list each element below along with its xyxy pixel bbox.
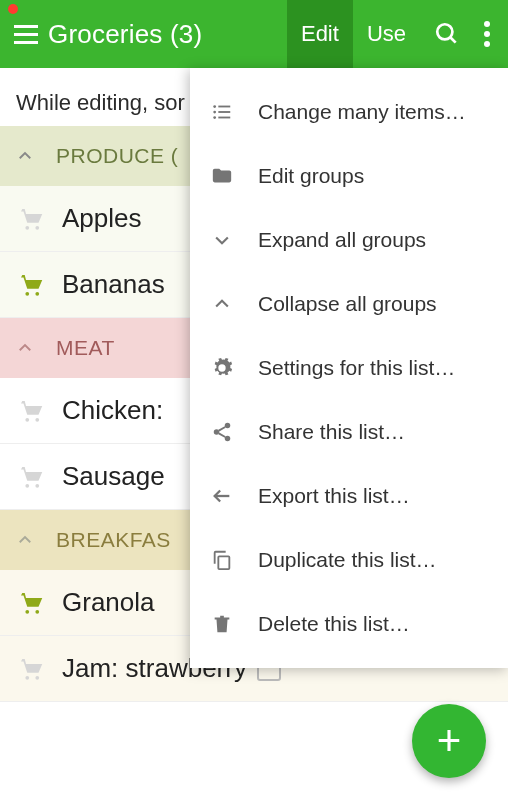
menu-label: Change many items… <box>258 100 466 124</box>
chevron-up-icon <box>208 294 236 314</box>
add-button[interactable]: + <box>412 704 486 778</box>
menu-settings[interactable]: Settings for this list… <box>190 336 508 400</box>
svg-line-23 <box>219 427 225 431</box>
folder-icon <box>208 165 236 187</box>
tab-edit[interactable]: Edit <box>287 0 353 68</box>
svg-point-20 <box>225 423 231 429</box>
menu-label: Edit groups <box>258 164 364 188</box>
cart-icon <box>16 204 46 234</box>
svg-rect-17 <box>218 111 230 113</box>
svg-line-1 <box>450 37 455 42</box>
svg-point-2 <box>25 225 29 229</box>
chevron-up-icon <box>16 339 34 357</box>
menu-duplicate[interactable]: Duplicate this list… <box>190 528 508 592</box>
svg-point-22 <box>225 436 231 442</box>
menu-expand-all[interactable]: Expand all groups <box>190 208 508 272</box>
svg-point-14 <box>213 105 216 108</box>
item-label: Granola <box>62 587 155 618</box>
svg-rect-15 <box>218 106 230 108</box>
svg-point-7 <box>35 417 39 421</box>
svg-point-13 <box>35 675 39 679</box>
cart-icon <box>16 270 46 300</box>
svg-point-10 <box>25 609 29 613</box>
item-label: Chicken: <box>62 395 163 426</box>
menu-share[interactable]: Share this list… <box>190 400 508 464</box>
overflow-menu: Change many items… Edit groups Expand al… <box>190 68 508 668</box>
chevron-up-icon <box>16 531 34 549</box>
svg-point-0 <box>437 24 452 39</box>
menu-label: Share this list… <box>258 420 405 444</box>
share-icon <box>208 421 236 443</box>
item-label: Apples <box>62 203 142 234</box>
more-icon[interactable] <box>474 21 508 47</box>
svg-point-16 <box>213 111 216 114</box>
svg-point-5 <box>35 291 39 295</box>
menu-export[interactable]: Export this list… <box>190 464 508 528</box>
chevron-down-icon <box>208 230 236 250</box>
menu-edit-groups[interactable]: Edit groups <box>190 144 508 208</box>
svg-point-18 <box>213 116 216 119</box>
group-label: BREAKFAS <box>56 528 171 552</box>
svg-point-4 <box>25 291 29 295</box>
menu-delete[interactable]: Delete this list… <box>190 592 508 656</box>
menu-label: Delete this list… <box>258 612 410 636</box>
svg-rect-26 <box>218 556 229 569</box>
cart-icon <box>16 588 46 618</box>
menu-label: Expand all groups <box>258 228 426 252</box>
item-label: Sausage <box>62 461 165 492</box>
svg-point-11 <box>35 609 39 613</box>
chevron-up-icon <box>16 147 34 165</box>
svg-point-21 <box>214 429 220 435</box>
arrow-left-icon <box>208 485 236 507</box>
group-label: MEAT <box>56 336 115 360</box>
menu-label: Collapse all groups <box>258 292 437 316</box>
hamburger-icon[interactable] <box>14 25 38 44</box>
svg-point-6 <box>25 417 29 421</box>
svg-line-24 <box>219 433 225 437</box>
group-label: PRODUCE ( <box>56 144 178 168</box>
menu-label: Settings for this list… <box>258 356 455 380</box>
svg-point-9 <box>35 483 39 487</box>
menu-label: Export this list… <box>258 484 410 508</box>
tab-use[interactable]: Use <box>353 0 420 68</box>
svg-point-8 <box>25 483 29 487</box>
gear-icon <box>208 357 236 379</box>
list-icon <box>208 101 236 123</box>
cart-icon <box>16 462 46 492</box>
menu-collapse-all[interactable]: Collapse all groups <box>190 272 508 336</box>
cart-icon <box>16 654 46 684</box>
svg-point-12 <box>25 675 29 679</box>
app-title: Groceries (3) <box>48 19 287 50</box>
plus-icon: + <box>437 717 462 765</box>
item-label: Bananas <box>62 269 165 300</box>
cart-icon <box>16 396 46 426</box>
notification-dot <box>8 4 18 14</box>
search-icon[interactable] <box>420 21 474 47</box>
appbar: Groceries (3) Edit Use <box>0 0 508 68</box>
svg-rect-19 <box>218 117 230 119</box>
menu-change-many[interactable]: Change many items… <box>190 80 508 144</box>
svg-point-3 <box>35 225 39 229</box>
copy-icon <box>208 549 236 571</box>
menu-label: Duplicate this list… <box>258 548 437 572</box>
trash-icon <box>208 613 236 635</box>
